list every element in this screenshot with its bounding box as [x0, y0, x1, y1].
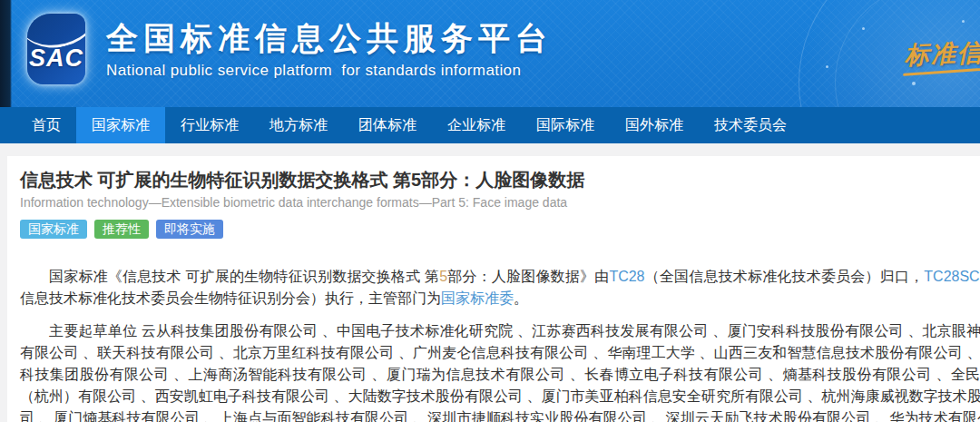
badge-national-standard: 国家标准 [20, 220, 87, 239]
site-header: SAC 全国标准信息公共服务平台 National public service… [0, 0, 980, 107]
main-nav: 首页 国家标准 行业标准 地方标准 团体标准 企业标准 国际标准 国外标准 技术… [0, 107, 980, 143]
drafting-organizations-label: 主要起草单位 [49, 323, 142, 339]
site-title-block: 全国标准信息公共服务平台 National public service pla… [106, 20, 553, 80]
nav-item-enterprise-standards[interactable]: 企业标准 [432, 107, 521, 143]
sparkle-dot [912, 82, 916, 85]
site-title-en: National public service platform for sta… [106, 62, 553, 80]
drafting-organizations-paragraph: 主要起草单位 云从科技集团股份有限公司 、中国电子技术标准化研究院 、江苏赛西科… [20, 320, 980, 422]
badge-row: 国家标准 推荐性 即将实施 [20, 220, 980, 239]
badge-recommended: 推荐性 [94, 220, 149, 239]
tc28sc37-link[interactable]: TC28SC37 [924, 269, 980, 284]
standard-title-cn: 信息技术 可扩展的生物特征识别数据交换格式 第5部分：人脸图像数据 [20, 168, 980, 191]
governing-bodies-paragraph: 国家标准《信息技术 可扩展的生物特征识别数据交换格式 第5部分：人脸图像数据》由… [20, 266, 980, 309]
sparkle-dot [862, 27, 865, 30]
nav-item-foreign-standards[interactable]: 国外标准 [610, 107, 699, 143]
nav-item-technical-committees[interactable]: 技术委员会 [699, 107, 802, 143]
sparkle-dot [826, 65, 828, 68]
sac-logo[interactable]: SAC [27, 14, 85, 84]
left-dark-band-decoration [0, 0, 12, 107]
standard-title-en: Information technology—Extensible biomet… [20, 194, 980, 211]
badge-upcoming-implementation: 即将实施 [156, 220, 223, 239]
sac-logo-text: SAC [27, 44, 85, 73]
nav-item-industry-standards[interactable]: 行业标准 [165, 107, 254, 143]
nav-item-home[interactable]: 首页 [16, 107, 76, 143]
nav-item-international-standards[interactable]: 国际标准 [521, 107, 610, 143]
authority-link[interactable]: 国家标准委 [441, 290, 514, 306]
nav-item-local-standards[interactable]: 地方标准 [254, 107, 343, 143]
highlighted-keyword: 5 [439, 269, 447, 284]
paragraph-text: 国家标准《信息技术 可扩展的生物特征识别数据交换格式 第 [49, 269, 439, 284]
paragraph-text: 。 [514, 290, 528, 306]
paragraph-text: （全国信息技术标准化技术委员会）归口， [645, 269, 925, 284]
standard-description: 国家标准《信息技术 可扩展的生物特征识别数据交换格式 第5部分：人脸图像数据》由… [20, 266, 980, 422]
nav-item-national-standards[interactable]: 国家标准 [76, 107, 165, 143]
standard-detail-card: 信息技术 可扩展的生物特征识别数据交换格式 第5部分：人脸图像数据 Inform… [7, 156, 980, 422]
site-title-cn: 全国标准信息公共服务平台 [106, 20, 553, 56]
sparkle-dot [962, 20, 965, 23]
drafting-organizations-list: 云从科技集团股份有限公司 、中国电子技术标准化研究院 、江苏赛西科技发展有限公司… [20, 323, 980, 422]
slogan-calligraphy: 标准信息一网 [904, 34, 980, 72]
nav-item-group-standards[interactable]: 团体标准 [343, 107, 432, 143]
tc28-link[interactable]: TC28 [609, 269, 644, 284]
paragraph-text: 部分：人脸图像数据》由 [447, 269, 609, 284]
